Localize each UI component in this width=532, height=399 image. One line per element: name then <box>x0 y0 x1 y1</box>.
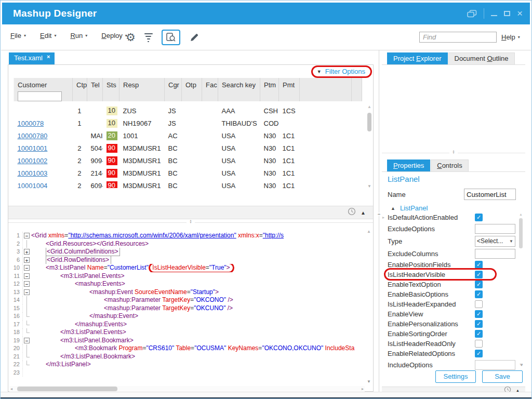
fold-expand-icon[interactable]: + <box>23 256 31 264</box>
checkbox-islistheaderexpanded[interactable] <box>475 300 483 308</box>
splitter-grip-icon[interactable]: ▴▾ <box>187 219 195 223</box>
grid-row[interactable]: 100010042609-90M3DMUSR1BCUSAN301C1 <box>14 179 362 188</box>
code-line[interactable]: 3+<Grid.ColumnDefinitions> <box>9 248 365 256</box>
row-expander-icon[interactable]: ▸ <box>382 215 384 220</box>
document-tab-test-xaml[interactable]: Test.xaml × <box>9 52 55 64</box>
checkbox-islistheadervisible[interactable] <box>475 271 483 278</box>
fold-collapse-icon[interactable]: − <box>23 232 31 240</box>
settings-button[interactable]: Settings <box>435 370 476 383</box>
code-line[interactable]: 19−<m3:ListPanel.Bookmark> <box>9 337 365 345</box>
tab-project-explorer[interactable]: Project Explorer <box>387 52 448 64</box>
collapse-triangle-icon[interactable]: ▲ <box>391 206 395 211</box>
edit-pencil-icon[interactable] <box>189 32 200 43</box>
code-line[interactable]: 22</m3:ListPanel> <box>9 361 365 369</box>
code-line[interactable]: 21</m3:ListPanel.Bookmark> <box>9 353 365 361</box>
customer-link[interactable]: 10001002 <box>18 157 48 165</box>
fold-collapse-icon[interactable]: − <box>23 272 31 281</box>
checkbox-enabletextoption[interactable] <box>475 281 483 288</box>
history-clock-icon[interactable] <box>348 207 356 218</box>
tab-document-outline[interactable]: Document Outline <box>448 52 515 64</box>
pane-divider[interactable] <box>379 50 379 392</box>
scrollbar-thumb[interactable] <box>367 113 371 131</box>
splitter-grip-icon[interactable]: ▴▾ <box>449 150 458 154</box>
restore-windows-icon[interactable] <box>467 10 477 18</box>
xaml-code-editor[interactable]: 1−<Grid xmlns="http://schemas.microsoft.… <box>9 228 365 385</box>
fold-collapse-icon[interactable]: − <box>23 288 31 297</box>
properties-scrollbar[interactable]: ▲ ▼ <box>518 212 524 366</box>
code-line[interactable]: 23 <box>9 369 365 377</box>
customer-link[interactable]: 10000780 <box>18 132 48 140</box>
fold-collapse-icon[interactable]: − <box>23 264 31 272</box>
collapse-up-icon[interactable]: ▲ <box>361 210 366 216</box>
scroll-down-icon[interactable]: ▼ <box>366 184 373 189</box>
scroll-left-icon[interactable]: ◂ <box>10 386 12 392</box>
code-line[interactable]: 12−<mashup:Events> <box>9 280 365 288</box>
code-line[interactable]: 11−<m3:ListPanel.Events> <box>9 272 365 281</box>
select-type[interactable]: <Select...▼ <box>475 236 515 247</box>
code-line[interactable]: 2<Grid.Resources></Grid.Resources> <box>9 240 365 248</box>
code-vertical-scrollbar[interactable]: ▲ ▼ <box>366 229 372 384</box>
combo-includeoptions[interactable] <box>475 360 515 370</box>
checkbox-enablebasicoptions[interactable] <box>475 290 483 298</box>
customer-link[interactable]: 1000078 <box>18 119 44 127</box>
checkbox-isdefaultactionenabled[interactable] <box>475 214 483 221</box>
customer-filter-input[interactable] <box>18 91 62 101</box>
property-group-header[interactable]: ▲ ListPanel <box>391 204 428 212</box>
input-excludeoptions[interactable] <box>475 224 515 234</box>
tab-close-icon[interactable]: × <box>47 54 50 60</box>
settings-gear-icon[interactable]: ⚙ <box>126 32 136 43</box>
scroll-up-icon[interactable]: ▲ <box>518 212 524 216</box>
scrollbar-thumb[interactable] <box>519 218 523 248</box>
checkbox-enableview[interactable] <box>475 310 483 318</box>
fold-collapse-icon[interactable]: − <box>23 337 31 345</box>
customer-link[interactable]: 10001001 <box>18 144 48 152</box>
fold-expand-icon[interactable]: + <box>23 248 31 256</box>
collapsed-region[interactable]: <Grid.ColumnDefinitions> <box>46 248 120 256</box>
grid-row[interactable]: 100010032214-90M3DMUSR1BCUSAN301C1 <box>14 167 362 179</box>
scroll-down-icon[interactable]: ▼ <box>366 379 372 384</box>
checkbox-enablepositionfields[interactable] <box>475 261 483 269</box>
grid-row[interactable]: 110ZUSJSAAACSH1CS <box>14 104 362 117</box>
save-button[interactable]: Save <box>482 370 523 383</box>
scrollbar-thumb[interactable] <box>17 387 117 391</box>
menu-run[interactable]: Run▾ <box>70 32 87 39</box>
code-line[interactable]: 6+<Grid.RowDefinitions> <box>9 256 365 264</box>
maximize-icon[interactable] <box>504 11 510 16</box>
checkbox-enablepersonalizations[interactable] <box>475 320 483 328</box>
code-line[interactable]: 13−<mashup:Event SourceEventName="Startu… <box>9 288 365 297</box>
grid-row[interactable]: 100010012504-90M3DMUSR1BCUSAN301C1 <box>14 142 362 154</box>
scroll-up-icon[interactable]: ▲ <box>366 229 372 234</box>
filter-options-toggle[interactable]: ▼ Filter Options <box>311 65 372 78</box>
scroll-right-icon[interactable]: ▸ <box>362 386 364 392</box>
code-line[interactable]: 1−<Grid xmlns="http://schemas.microsoft.… <box>9 232 365 240</box>
checkbox-enablesortingorder[interactable] <box>475 330 483 338</box>
menu-file[interactable]: File▾ <box>10 32 26 39</box>
code-horizontal-scrollbar[interactable]: ◂ ▸ <box>9 386 365 392</box>
customer-link[interactable]: 10001004 <box>18 182 48 189</box>
checkbox-islistheaderreadonly[interactable] <box>475 340 483 348</box>
name-property-input[interactable] <box>464 189 516 200</box>
tab-controls[interactable]: Controls <box>431 159 468 171</box>
scroll-up-icon[interactable]: ▲ <box>366 104 373 109</box>
input-excludecolumns[interactable] <box>475 249 515 259</box>
code-line[interactable]: 14<mashup:Parameter TargetKey="OKCONO" /… <box>9 296 365 304</box>
menu-edit[interactable]: Edit▾ <box>40 32 56 39</box>
grid-row[interactable]: 10000780MAI201001ACUSAN301C1 <box>14 129 362 142</box>
code-line[interactable]: 16</mashup:Event> <box>9 312 365 321</box>
scroll-down-icon[interactable]: ▼ <box>518 363 524 366</box>
customer-link[interactable]: 10001003 <box>18 169 48 177</box>
grid-row[interactable]: 1000078110NH19067JSTHIBAUD'SCOD <box>14 117 362 129</box>
minimize-icon[interactable] <box>491 11 497 16</box>
find-input[interactable] <box>419 32 497 43</box>
grid-row[interactable]: 100010022909-90M3DMUSR1BCUSAN301C1 <box>14 154 362 167</box>
code-line[interactable]: 15<mashup:Parameter TargetKey="OKCUNO" /… <box>9 304 365 313</box>
close-icon[interactable]: × <box>517 10 523 17</box>
menu-help[interactable]: Help▾ <box>501 33 520 41</box>
code-line[interactable]: 17</mashup:Events> <box>9 321 365 329</box>
filter-icon[interactable] <box>144 33 153 42</box>
tab-properties[interactable]: Properties <box>387 159 430 171</box>
checkbox-enablerelatedoptions[interactable] <box>475 350 483 357</box>
menu-deploy[interactable]: Deploy▾ <box>101 32 127 39</box>
collapsed-region[interactable]: <Grid.RowDefinitions> <box>46 256 111 264</box>
code-line[interactable]: 18</m3:ListPanel.Events> <box>9 328 365 337</box>
